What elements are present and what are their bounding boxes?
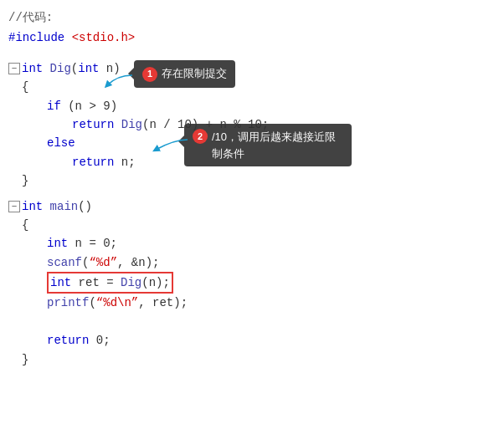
int-keyword-ret: int [50,273,79,292]
return-keyword-2: return [72,153,121,171]
empty-line [8,313,504,331]
dig-function-header: − int Dig(int n) [8,59,504,78]
dig-call-2: Dig [121,273,141,292]
int-keyword-main: int [22,197,50,216]
brace-open-2: { [22,216,28,234]
arrow-2 [149,136,191,161]
badge-1: 1 [142,67,157,82]
return-keyword-1: return [72,115,121,134]
if-line: if (n > 9) [8,97,504,115]
int-keyword-n: int [47,234,75,253]
return-0-val: 0; [96,331,111,350]
fold-dig-icon[interactable]: − [8,63,20,74]
tooltip-1-text: 存在限制提交 [162,67,227,79]
int-n-line: int n = 0; [8,234,504,253]
int-ret-line: int ret = Dig(n); [8,272,504,294]
if-condition: (n > 9) [68,97,117,115]
tooltip-1: 1存在限制提交 [134,60,235,88]
printf-line: printf(“%d\n”, ret); [8,294,504,312]
fold-main-icon[interactable]: − [8,201,20,212]
dig-close-brace: } [8,171,504,190]
tooltip-2-text: /10，调用后越来越接近限制条件 [212,129,343,161]
scanf-line: scanf(“%d”, &n); [8,253,504,272]
scanf-paren: ( [82,253,89,272]
return-n-val: n; [121,153,136,171]
brace-open-1: { [22,78,28,96]
highlighted-ret-line: int ret = Dig(n); [47,272,173,294]
dig-open-brace: { [8,78,504,96]
else-keyword: else [47,134,75,152]
scanf-format: “%d” [89,253,117,272]
printf-call: printf [47,294,89,312]
brace-close-2: } [22,350,28,369]
comment-text: //代码: [8,8,53,27]
printf-format: “%d\n” [96,294,138,312]
include-file: <stdio.h> [72,28,136,47]
tooltip-2: 2/10，调用后越来越接近限制条件 [184,124,352,166]
include-keyword: #include [8,28,72,47]
dig-fn-name: Dig [50,59,71,78]
return-keyword-3: return [47,331,96,350]
scanf-call: scanf [47,253,82,272]
if-keyword: if [47,97,68,115]
return-0-line: return 0; [8,331,504,350]
code-container: //代码: #include <stdio.h> − int Dig(int n… [0,0,504,377]
scanf-args: , &n); [117,253,159,272]
dig-call: Dig [121,115,142,134]
badge-2: 2 [193,129,208,144]
ret-args: (n); [141,273,170,292]
arrow-1 [100,74,134,96]
include-line: #include <stdio.h> [8,28,504,47]
n-assign: n = 0; [75,234,117,253]
dig-params: ( [71,59,78,78]
comment-line: //代码: [8,8,504,27]
printf-args: , ret); [138,294,188,312]
brace-close-1: } [22,171,28,190]
main-function-header: − int main() [8,197,504,216]
ret-assign: ret = [79,273,121,292]
int-keyword-1: int [22,59,50,78]
main-open-brace: { [8,216,504,234]
main-fn-name: main [50,197,79,216]
main-parens: () [78,197,92,216]
printf-paren: ( [89,294,95,312]
main-close-brace: } [8,350,504,369]
